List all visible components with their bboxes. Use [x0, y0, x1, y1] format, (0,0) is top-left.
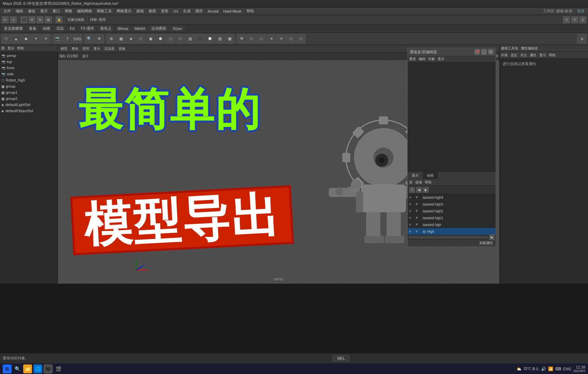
outliner-item-robot-high[interactable]: ⬡ Robot_high — [0, 77, 58, 83]
video-button[interactable]: 🎬 — [54, 364, 63, 373]
menu-curves[interactable]: 曲线 — [134, 8, 146, 14]
layer-row-high1[interactable]: V P /pasted high1 — [408, 214, 496, 221]
icon-btn-7[interactable]: T — [63, 34, 72, 44]
outliner-display-menu[interactable]: 显示 — [7, 46, 14, 51]
icon-btn-23[interactable]: ▩ — [225, 34, 235, 44]
layer-arrow-right-btn[interactable]: ▶ — [423, 187, 429, 193]
icon-btn-14[interactable]: ⬡ — [136, 34, 146, 44]
tab-fx-cache[interactable]: FX 缓存 — [78, 25, 97, 32]
icon-btn-12[interactable]: ▦ — [116, 34, 126, 44]
menu-arnold[interactable]: Arnold — [206, 9, 221, 14]
menu-cache[interactable]: 缓存 — [193, 8, 205, 14]
layer-row-high3[interactable]: V P /pasted high3 — [408, 201, 496, 208]
menu-mesh[interactable]: 网格 — [63, 8, 74, 14]
lang-label[interactable]: ENG — [563, 367, 571, 371]
tab-rigging[interactable]: 装备 — [26, 25, 39, 32]
icon-btn-30[interactable]: ⬡ — [296, 34, 306, 44]
vp-menu-panel[interactable]: 面板 — [117, 46, 127, 51]
menu-deform[interactable]: 变形 — [159, 8, 170, 14]
tab-xgen[interactable]: XGen — [170, 26, 185, 31]
icon-btn-1[interactable]: ⬡ — [1, 34, 11, 44]
tab-bifrost[interactable]: Bifrost — [115, 26, 131, 31]
outliner-help-menu[interactable]: 帮助 — [17, 46, 24, 51]
menu-mesh-display[interactable]: 网格显示 — [115, 8, 134, 14]
add-attribute-button[interactable]: 加载属性 — [408, 239, 496, 246]
keyboard-icon[interactable]: ⌨ — [555, 366, 561, 371]
outliner-item-top[interactable]: 📷 top — [0, 59, 58, 65]
menu-mesh-tools[interactable]: 网格工具 — [95, 8, 114, 14]
cb-close-btn[interactable]: ✕ — [488, 49, 494, 55]
rp-display-label[interactable]: 显示 — [539, 53, 546, 58]
outliner-item-front[interactable]: 📷 front — [0, 65, 58, 71]
vp-menu-renderer[interactable]: 渲染器 — [103, 46, 116, 51]
mel-indicator[interactable]: MEL — [333, 355, 349, 361]
rp-help-label[interactable]: 帮助 — [549, 53, 556, 58]
icon-btn-25[interactable]: ⬡ — [247, 34, 256, 44]
icon-btn-22[interactable]: ▨ — [215, 34, 225, 44]
rotate-btn[interactable]: ↻ — [36, 16, 44, 24]
menu-uv[interactable]: UV — [171, 9, 180, 14]
menu-edit[interactable]: 编辑 — [14, 8, 25, 14]
icon-btn-20[interactable]: ⬛ — [195, 34, 205, 44]
browser-button[interactable]: 🌐 — [33, 364, 42, 373]
outliner-item-default-object-set[interactable]: ◈ defaultObjectSet — [0, 108, 58, 114]
cb-edit-menu[interactable]: 编辑 — [419, 57, 425, 61]
vp-menu-display[interactable]: 显示 — [92, 46, 102, 51]
outliner-item-group1[interactable]: ▦ group1 — [0, 89, 58, 95]
menu-display[interactable]: 显示 — [38, 8, 50, 14]
rp-focus-label[interactable]: 关注 — [520, 53, 527, 58]
vp-menu-model[interactable]: 模型 — [59, 46, 69, 51]
menu-modify[interactable]: 修改 — [26, 8, 37, 14]
cb-scrollbar[interactable]: ▶ — [408, 235, 496, 239]
vp-menu-shading[interactable]: 着色 — [70, 46, 80, 51]
redo-btn[interactable]: ↪ — [10, 16, 17, 24]
menu-generate[interactable]: 生成 — [181, 8, 193, 14]
move-btn[interactable]: ✛ — [28, 16, 36, 24]
icon-btn-6[interactable]: 📷 — [53, 34, 62, 44]
cb-scroll-right-btn[interactable]: ▶ — [489, 234, 495, 240]
tab-fx[interactable]: FX — [67, 26, 77, 31]
tab-shading[interactable]: 着色义 — [97, 25, 114, 32]
icon-btn-15[interactable]: ▣ — [146, 34, 155, 44]
rp-select-label[interactable]: 选定 — [511, 53, 517, 58]
layer-row-high4[interactable]: V P /pasted high4 — [408, 194, 496, 201]
outliner-item-group[interactable]: ▦ group — [0, 83, 58, 89]
rp-list-label[interactable]: 列表 — [501, 53, 508, 58]
z-axis-btn[interactable]: Z — [579, 16, 587, 24]
icon-btn-9[interactable]: 🔍 — [85, 34, 94, 44]
cb-minimize-btn[interactable]: _ — [481, 49, 487, 55]
icon-btn-19[interactable]: ▧ — [185, 34, 195, 44]
volume-icon[interactable]: 🔊 — [541, 366, 546, 371]
login-btn[interactable]: 登录 — [575, 8, 587, 14]
start-button[interactable]: ⊞ — [3, 364, 12, 373]
outliner-item-group2[interactable]: ▦ group2 — [0, 95, 58, 102]
layer-row-high[interactable]: V P /pasted high — [408, 221, 496, 228]
x-axis-btn[interactable]: X — [563, 16, 570, 24]
cb-pin-btn[interactable]: 📌 — [474, 49, 480, 55]
icon-btn-3[interactable]: ◆ — [21, 34, 31, 44]
outliner-item-default-light-set[interactable]: ◈ defaultLightSet — [0, 102, 58, 108]
icon-btn-21[interactable]: 🔲 — [205, 34, 215, 44]
cb-object-menu[interactable]: 对象 — [428, 57, 435, 61]
layer-arrow-left-btn[interactable]: ◀ — [416, 187, 422, 193]
undo-btn[interactable]: ↩ — [1, 16, 9, 24]
menu-edit-mesh[interactable]: 编辑网格 — [75, 8, 94, 14]
maya-button[interactable]: M — [44, 364, 52, 373]
menu-file[interactable]: 文件 — [1, 8, 13, 14]
layer-row-high2[interactable]: V P /pasted high2 — [408, 208, 496, 214]
layer-options-menu[interactable]: 选项 — [415, 180, 422, 185]
snap-btn[interactable]: 🔒 — [55, 16, 63, 24]
y-axis-btn[interactable]: Y — [571, 16, 578, 24]
tab-animation[interactable]: 动画 — [40, 25, 53, 32]
icon-btn-11[interactable]: ⊞ — [106, 34, 116, 44]
icon-btn-10[interactable]: ⚙ — [94, 34, 104, 44]
icon-btn-5[interactable]: ✕ — [41, 34, 50, 44]
icon-btn-29[interactable]: ⬡ — [286, 34, 296, 44]
network-icon[interactable]: 📶 — [548, 366, 553, 371]
icon-btn-28[interactable]: ✕ — [276, 34, 286, 44]
layer-add-btn[interactable]: + — [409, 187, 415, 193]
outliner-item-persp[interactable]: 📷 persp — [0, 53, 58, 59]
icon-btn-18[interactable]: ⬡ — [176, 34, 185, 44]
file-explorer-button[interactable]: 📁 — [23, 364, 32, 373]
layer-layer-menu[interactable]: 层 — [409, 180, 412, 185]
